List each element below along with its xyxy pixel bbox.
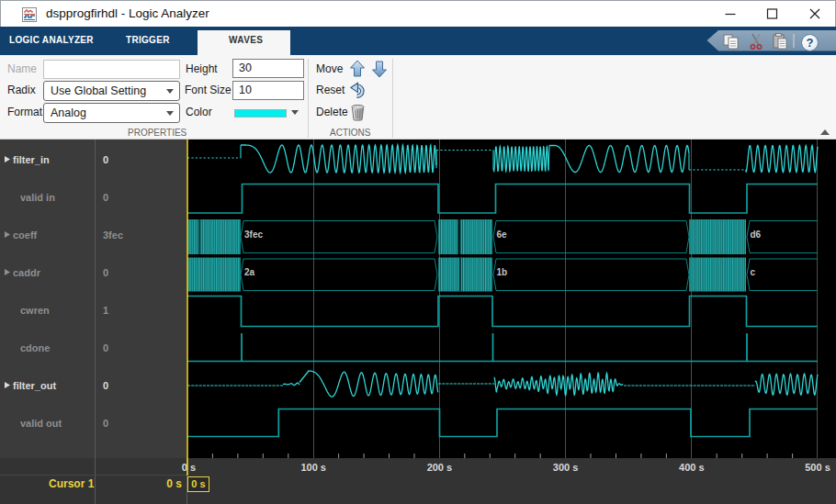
svg-text:caddr: caddr	[13, 267, 41, 278]
svg-text:valid out: valid out	[20, 418, 62, 429]
svg-text:cwren: cwren	[20, 305, 50, 316]
svg-text:cdone: cdone	[20, 342, 50, 353]
svg-text:6e: 6e	[497, 230, 508, 240]
svg-text:valid in: valid in	[20, 192, 55, 203]
svg-text:c: c	[751, 267, 756, 277]
svg-text:200 s: 200 s	[427, 462, 453, 473]
svg-text:0: 0	[103, 418, 108, 429]
svg-text:1: 1	[103, 305, 108, 316]
svg-text:500 s: 500 s	[805, 462, 830, 473]
svg-text:0: 0	[103, 380, 108, 391]
svg-text:coeff: coeff	[13, 230, 38, 241]
svg-text:0: 0	[103, 192, 108, 203]
svg-text:2a: 2a	[244, 267, 255, 277]
svg-text:100 s: 100 s	[300, 462, 326, 473]
svg-text:0: 0	[103, 267, 108, 278]
svg-text:400 s: 400 s	[679, 462, 705, 473]
svg-text:300 s: 300 s	[553, 462, 579, 473]
svg-text:filter_in: filter_in	[13, 154, 50, 165]
svg-text:0: 0	[103, 154, 108, 165]
svg-text:d6: d6	[751, 230, 762, 240]
svg-text:0 s: 0 s	[182, 462, 196, 473]
svg-text:0: 0	[103, 342, 108, 353]
svg-text:3fec: 3fec	[244, 230, 263, 240]
svg-text:1b: 1b	[497, 267, 508, 277]
svg-text:3fec: 3fec	[103, 230, 123, 241]
svg-text:filter_out: filter_out	[13, 380, 56, 391]
